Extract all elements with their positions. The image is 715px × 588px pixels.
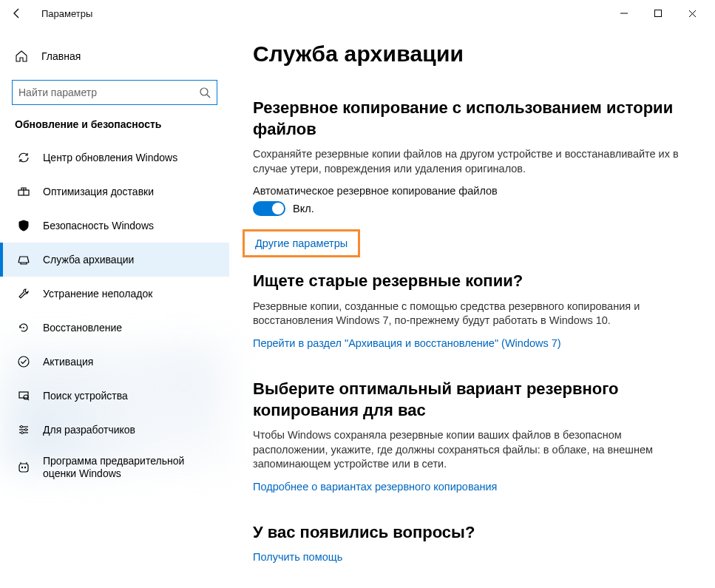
delivery-icon (15, 185, 33, 198)
sidebar-item-label: Безопасность Windows (43, 220, 154, 232)
locate-icon (15, 389, 33, 402)
backup-icon (15, 253, 33, 266)
search-icon (199, 87, 211, 98)
sidebar-item-find-device[interactable]: Поиск устройства (0, 379, 229, 413)
autobackup-toggle[interactable] (253, 201, 285, 216)
titlebar: Параметры (0, 0, 715, 27)
sidebar-item-recovery[interactable]: Восстановление (0, 311, 229, 345)
autobackup-label: Автоматическое резервное копирование фай… (253, 185, 697, 197)
svg-rect-16 (19, 464, 28, 472)
check-icon (15, 355, 33, 368)
go-backup-restore-link[interactable]: Перейти в раздел "Архивация и восстановл… (253, 337, 561, 349)
sidebar-item-label: Восстановление (43, 322, 122, 334)
sidebar-item-insider[interactable]: Программа предварительной оценки Windows (0, 447, 229, 488)
section-old-backups-heading: Ищете старые резервные копии? (253, 271, 697, 292)
section-file-history-desc: Сохраняйте резервные копии файлов на дру… (253, 147, 697, 176)
svg-point-6 (18, 356, 29, 367)
sidebar-item-label: Для разработчиков (43, 424, 135, 436)
section-file-history-heading: Резервное копирование с использованием и… (253, 98, 697, 140)
insider-icon (15, 461, 33, 474)
sidebar-item-label: Центр обновления Windows (43, 152, 177, 164)
page-title: Служба архивации (253, 41, 697, 67)
get-help-link[interactable]: Получить помощь (253, 551, 342, 563)
sidebar: Главная Обновление и безопасность Центр … (0, 27, 229, 588)
sidebar-item-backup[interactable]: Служба архивации (0, 243, 229, 277)
svg-point-14 (25, 429, 27, 431)
recovery-icon (15, 321, 33, 334)
section-choose-backup-desc: Чтобы Windows сохраняла резервные копии … (253, 428, 697, 472)
shield-icon (15, 219, 33, 232)
section-choose-backup-heading: Выберите оптимальный вариант резервного … (253, 379, 697, 421)
sidebar-item-developers[interactable]: Для разработчиков (0, 413, 229, 447)
sidebar-item-activation[interactable]: Активация (0, 345, 229, 379)
svg-point-2 (200, 88, 208, 95)
search-box[interactable] (12, 80, 217, 105)
section-old-backups-desc: Резервные копии, созданные с помощью сре… (253, 300, 697, 328)
sidebar-category: Обновление и безопасность (0, 118, 229, 141)
svg-point-13 (21, 426, 23, 428)
maximize-button[interactable] (641, 1, 675, 25)
autobackup-state: Вкл. (293, 203, 314, 214)
sidebar-item-troubleshoot[interactable]: Устранение неполадок (0, 277, 229, 311)
minimize-button[interactable] (607, 1, 641, 25)
sidebar-item-update[interactable]: Центр обновления Windows (0, 141, 229, 175)
more-options-link[interactable]: Другие параметры (255, 237, 348, 249)
sidebar-item-label: Устранение неполадок (43, 288, 152, 300)
svg-line-9 (27, 399, 29, 400)
sidebar-item-label: Оптимизация доставки (43, 186, 154, 198)
learn-backup-link[interactable]: Подробнее о вариантах резервного копиров… (253, 481, 497, 493)
sidebar-home[interactable]: Главная (0, 41, 229, 71)
sidebar-item-label: Активация (43, 356, 93, 368)
sidebar-item-label: Служба архивации (43, 254, 134, 266)
more-options-highlight: Другие параметры (243, 229, 360, 257)
sidebar-item-label: Поиск устройства (43, 390, 128, 402)
svg-point-5 (23, 327, 24, 328)
sidebar-home-label: Главная (41, 50, 81, 62)
sync-icon (15, 151, 33, 164)
wrench-icon (15, 287, 33, 300)
sidebar-item-security[interactable]: Безопасность Windows (0, 209, 229, 243)
home-icon (15, 50, 33, 63)
sidebar-item-label: Программа предварительной оценки Windows (43, 455, 213, 480)
back-button[interactable] (6, 2, 28, 24)
window-title: Параметры (41, 8, 92, 19)
sliders-icon (15, 423, 33, 436)
svg-rect-1 (655, 10, 662, 17)
section-help-heading: У вас появились вопросы? (253, 522, 697, 544)
search-input[interactable] (18, 87, 199, 98)
sidebar-item-delivery[interactable]: Оптимизация доставки (0, 175, 229, 209)
close-button[interactable] (675, 1, 709, 25)
svg-point-17 (21, 467, 23, 468)
svg-point-18 (24, 467, 26, 468)
svg-line-3 (207, 95, 210, 98)
svg-point-15 (21, 432, 24, 434)
main-content: Служба архивации Резервное копирование с… (229, 27, 715, 588)
